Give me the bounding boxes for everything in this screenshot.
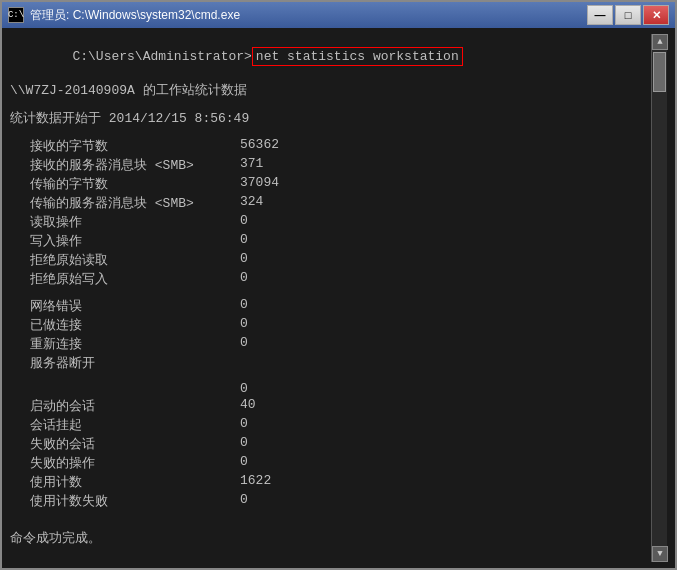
- prompt: C:\Users\Administrator>: [72, 49, 251, 64]
- stats-row: 网络错误 0: [10, 297, 651, 315]
- stats-row: 拒绝原始读取 0: [10, 251, 651, 269]
- success-message: 命令成功完成。: [10, 529, 651, 547]
- window-title: 管理员: C:\Windows\system32\cmd.exe: [30, 7, 240, 24]
- stats-row: 使用计数 1622: [10, 473, 651, 491]
- stats-group-1: 接收的字节数 56362 接收的服务器消息块 <SMB> 371 传输的字节数 …: [10, 137, 651, 288]
- stats-row: 0: [10, 381, 651, 396]
- scroll-track[interactable]: [652, 50, 667, 546]
- cmd-window: C:\ 管理员: C:\Windows\system32\cmd.exe — □…: [0, 0, 677, 570]
- scrollbar[interactable]: ▲ ▼: [651, 34, 667, 562]
- stats-row: 传输的服务器消息块 <SMB> 324: [10, 194, 651, 212]
- stats-row: 读取操作 0: [10, 213, 651, 231]
- maximize-button[interactable]: □: [615, 5, 641, 25]
- scroll-down-button[interactable]: ▼: [652, 546, 668, 562]
- stats-row: 使用计数失败 0: [10, 492, 651, 510]
- scroll-up-button[interactable]: ▲: [652, 34, 668, 50]
- stats-group-2: 网络错误 0 已做连接 0 重新连接 0 服务器断开: [10, 297, 651, 372]
- title-bar: C:\ 管理员: C:\Windows\system32\cmd.exe — □…: [2, 2, 675, 28]
- stats-row: 已做连接 0: [10, 316, 651, 334]
- stats-row: 接收的服务器消息块 <SMB> 371: [10, 156, 651, 174]
- stats-start: 统计数据开始于 2014/12/15 8:56:49: [10, 109, 651, 127]
- console-area: C:\Users\Administrator>net statistics wo…: [2, 28, 675, 568]
- stats-row: 会话挂起 0: [10, 416, 651, 434]
- close-button[interactable]: ✕: [643, 5, 669, 25]
- command-highlight: net statistics workstation: [252, 47, 463, 66]
- stats-row: 启动的会话 40: [10, 397, 651, 415]
- stats-row: 失败的会话 0: [10, 435, 651, 453]
- window-controls: — □ ✕: [587, 5, 669, 25]
- stats-row: 拒绝原始写入 0: [10, 270, 651, 288]
- console-content: C:\Users\Administrator>net statistics wo…: [10, 34, 651, 562]
- scroll-thumb[interactable]: [653, 52, 666, 92]
- cmd-icon: C:\: [8, 7, 24, 23]
- stats-row: 传输的字节数 37094: [10, 175, 651, 193]
- stats-row: 服务器断开: [10, 354, 651, 372]
- minimize-button[interactable]: —: [587, 5, 613, 25]
- title-bar-left: C:\ 管理员: C:\Windows\system32\cmd.exe: [8, 7, 240, 24]
- stats-row: 接收的字节数 56362: [10, 137, 651, 155]
- stats-row: 失败的操作 0: [10, 454, 651, 472]
- stats-row: 重新连接 0: [10, 335, 651, 353]
- stats-group-3: 0 启动的会话 40 会话挂起 0 失败的会话 0 失败的操作 0: [10, 381, 651, 510]
- command-line: C:\Users\Administrator>net statistics wo…: [10, 34, 651, 79]
- stats-row: 写入操作 0: [10, 232, 651, 250]
- header-line: \\W7ZJ-20140909A 的工作站统计数据: [10, 81, 651, 99]
